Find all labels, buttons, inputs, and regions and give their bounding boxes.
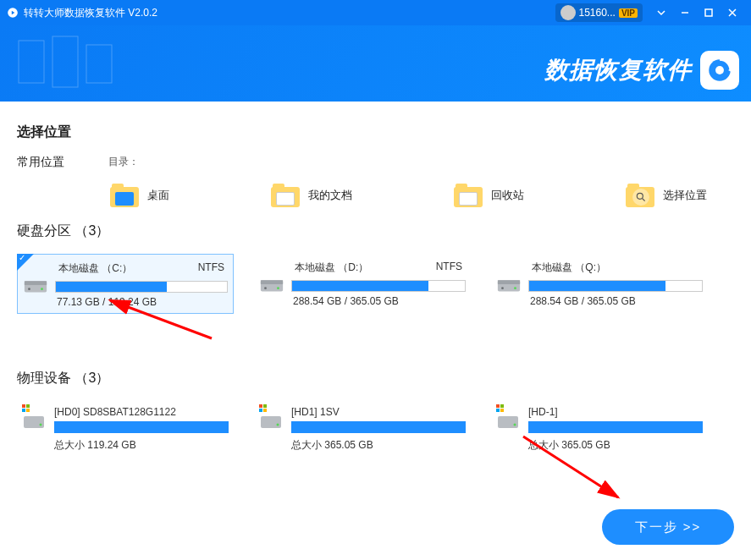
user-badge[interactable]: 15160... VIP <box>555 3 643 22</box>
partition-size: 288.54 GB / 365.05 GB <box>291 295 466 307</box>
locations-row: 桌面 我的文档 回收站 选择位置 <box>110 184 734 207</box>
content: 选择位置 常用位置 目录： 桌面 我的文档 回收站 选择位置 硬盘分区 （3） … <box>0 102 751 458</box>
svg-rect-4 <box>86 45 112 83</box>
usage-bar <box>528 280 703 292</box>
svg-point-22 <box>40 424 42 426</box>
physical-name: [HD1] 1SV <box>291 406 466 418</box>
location-documents[interactable]: 我的文档 <box>271 184 352 207</box>
banner-decoration <box>10 32 129 95</box>
partition-card[interactable]: 本地磁盘 （D:）NTFS288.54 GB / 365.05 GB <box>254 254 471 314</box>
svg-point-20 <box>514 287 516 289</box>
dir-label: 目录： <box>108 155 139 169</box>
partition-size: 288.54 GB / 365.05 GB <box>528 295 703 307</box>
folder-documents-icon <box>271 184 300 207</box>
physical-card[interactable]: [HD-1]总大小 365.05 GB <box>491 401 708 458</box>
titlebar: 转转大师数据恢复软件 V2.0.2 15160... VIP <box>0 0 751 25</box>
physical-name: [HD0] SD8SBAT128G1122 <box>54 406 229 418</box>
svg-rect-21 <box>24 416 44 428</box>
usage-bar <box>55 281 228 293</box>
svg-point-12 <box>41 288 43 290</box>
svg-rect-23 <box>261 416 281 428</box>
location-desktop[interactable]: 桌面 <box>110 184 169 207</box>
banner-title: 数据恢复软件 <box>544 54 692 86</box>
svg-point-24 <box>277 424 279 426</box>
drive-icon <box>23 272 48 296</box>
user-id: 15160... <box>579 7 616 19</box>
vip-badge: VIP <box>619 8 638 18</box>
hdd-icon <box>22 406 46 431</box>
common-locations-label: 常用位置 <box>17 155 68 170</box>
app-title: 转转大师数据恢复软件 V2.0.2 <box>24 6 157 20</box>
usage-bar <box>291 280 466 292</box>
partition-name: 本地磁盘 （D:） <box>295 261 368 275</box>
section-location-title: 选择位置 <box>17 124 734 141</box>
app-logo-icon <box>7 7 19 19</box>
physical-card[interactable]: [HD0] SD8SBAT128G1122总大小 119.24 GB <box>17 401 234 458</box>
banner-logo-icon <box>700 51 739 90</box>
svg-point-26 <box>514 424 516 426</box>
svg-point-11 <box>28 288 30 290</box>
svg-rect-3 <box>52 36 78 87</box>
folder-recycle-icon <box>454 184 483 207</box>
svg-point-15 <box>264 287 267 289</box>
physical-size: 总大小 365.05 GB <box>291 438 466 453</box>
partition-card[interactable]: 本地磁盘 （C:）NTFS77.13 GB / 119.24 GB <box>17 254 234 314</box>
svg-point-19 <box>501 287 504 289</box>
location-recycle[interactable]: 回收站 <box>454 184 524 207</box>
physical-bar <box>54 421 229 433</box>
avatar <box>560 5 576 20</box>
physical-size: 总大小 119.24 GB <box>54 438 229 453</box>
partition-fs: NTFS <box>436 261 462 275</box>
drive-icon <box>259 272 284 295</box>
physical-name: [HD-1] <box>528 406 703 418</box>
physical-bar <box>291 421 466 433</box>
partitions-row: 本地磁盘 （C:）NTFS77.13 GB / 119.24 GB本地磁盘 （D… <box>17 254 734 314</box>
folder-choose-icon <box>626 184 654 207</box>
svg-rect-18 <box>498 280 520 284</box>
svg-rect-10 <box>25 281 47 285</box>
partition-fs: NTFS <box>198 261 224 276</box>
svg-rect-25 <box>498 416 518 428</box>
dropdown-button[interactable] <box>649 1 673 25</box>
close-button[interactable] <box>721 1 744 25</box>
section-physical-title: 物理设备 （3） <box>17 370 734 387</box>
partition-size: 77.13 GB / 119.24 GB <box>55 296 228 308</box>
location-choose[interactable]: 选择位置 <box>626 184 707 207</box>
location-label: 回收站 <box>491 188 524 203</box>
partition-name: 本地磁盘 （Q:） <box>532 261 606 275</box>
physical-row: [HD0] SD8SBAT128G1122总大小 119.24 GB[HD1] … <box>17 401 734 458</box>
location-label: 我的文档 <box>308 188 352 203</box>
checkmark-icon <box>17 254 34 271</box>
partition-card[interactable]: 本地磁盘 （Q:）288.54 GB / 365.05 GB <box>491 254 708 314</box>
physical-card[interactable]: [HD1] 1SV总大小 365.05 GB <box>254 401 471 458</box>
partition-name: 本地磁盘 （C:） <box>58 261 132 276</box>
svg-rect-1 <box>705 9 712 16</box>
svg-rect-14 <box>261 280 283 284</box>
svg-rect-2 <box>19 41 44 83</box>
svg-point-16 <box>277 287 279 289</box>
maximize-button[interactable] <box>697 1 721 25</box>
svg-point-6 <box>715 66 724 74</box>
hdd-icon <box>496 406 520 431</box>
banner: 数据恢复软件 <box>0 25 751 102</box>
physical-bar <box>528 421 703 433</box>
location-label: 选择位置 <box>663 188 707 203</box>
next-button[interactable]: 下一步 >> <box>602 509 734 545</box>
section-partitions-title: 硬盘分区 （3） <box>17 222 734 240</box>
folder-desktop-icon <box>110 184 139 207</box>
minimize-button[interactable] <box>673 1 697 25</box>
location-label: 桌面 <box>147 188 169 203</box>
hdd-icon <box>259 406 283 431</box>
drive-icon <box>496 272 522 295</box>
physical-size: 总大小 365.05 GB <box>528 438 703 453</box>
svg-point-8 <box>637 193 643 199</box>
